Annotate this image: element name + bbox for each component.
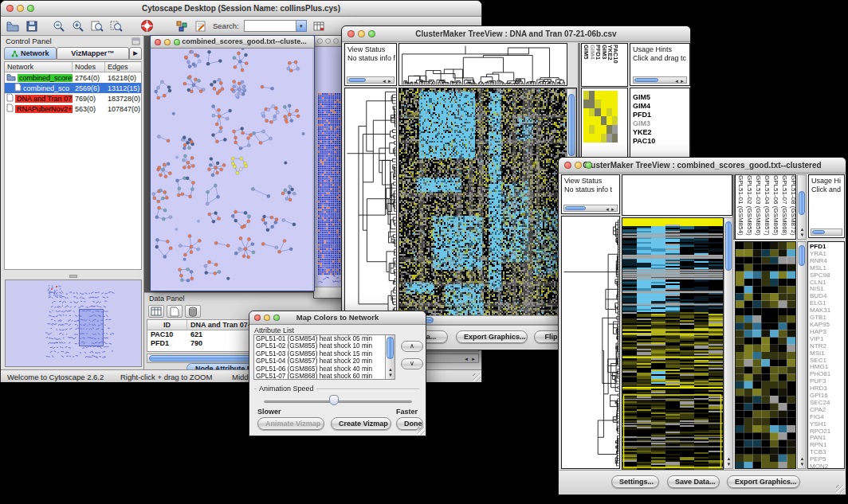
minimize-button[interactable] bbox=[164, 39, 171, 45]
matrix-cell[interactable] bbox=[612, 125, 618, 134]
matrix-cell[interactable] bbox=[612, 134, 618, 143]
attribute-list[interactable]: GPL51-01 (GSM854) heat shock 05 minGPL51… bbox=[253, 334, 395, 380]
attribute-list-item[interactable]: GPL51-07 (GSM868) heat shock 60 min bbox=[254, 373, 385, 379]
matrix-cell[interactable] bbox=[612, 91, 618, 100]
matrix-cell[interactable] bbox=[595, 108, 600, 117]
tab-overflow-arrow[interactable]: ▶ bbox=[129, 47, 142, 60]
matrix-cell[interactable] bbox=[612, 108, 618, 117]
matrix-cell[interactable] bbox=[601, 108, 607, 117]
zoom-fit-icon[interactable] bbox=[90, 19, 104, 33]
main-titlebar[interactable]: Cytoscape Desktop (Session Name: collins… bbox=[1, 1, 481, 17]
tv2-column-label[interactable]: GPL51-03 (GSM856) bbox=[754, 175, 763, 236]
matrix-cell[interactable] bbox=[583, 125, 589, 134]
matrix-cell[interactable] bbox=[583, 108, 589, 117]
matrix-cell[interactable] bbox=[595, 116, 600, 125]
tv2-zoom-heatmap[interactable] bbox=[736, 242, 795, 468]
tv1-column-dendrogram[interactable] bbox=[399, 44, 567, 85]
matrix-cell[interactable] bbox=[583, 134, 589, 143]
tv2-column-label[interactable]: GPL51-01 (GSM854) bbox=[736, 175, 745, 236]
tv2-column-label[interactable]: GPL51-06 (GSM865) bbox=[771, 175, 780, 236]
tv1-row-label[interactable]: PAC10 bbox=[633, 137, 689, 146]
matrix-cell[interactable] bbox=[601, 134, 607, 143]
matrix-cell[interactable] bbox=[583, 116, 589, 125]
treeview1-titlebar[interactable]: ClusterMaker TreeView : DNA and Tran 07-… bbox=[342, 26, 690, 42]
minimize-button[interactable] bbox=[264, 315, 270, 321]
tv2-labels-scroll-thumb[interactable] bbox=[799, 191, 805, 215]
tv2-heatmap-vscrollbar[interactable]: ▲ ▼ bbox=[724, 217, 733, 469]
network-row[interactable]: combined_sco2569(6)13112(15) bbox=[5, 83, 141, 93]
resize-grip[interactable] bbox=[473, 373, 481, 381]
matrix-cell[interactable] bbox=[589, 100, 595, 108]
tv1-usage-scroll-thumb[interactable] bbox=[634, 78, 658, 82]
scroll-down-arrow[interactable]: ▼ bbox=[800, 462, 805, 467]
tv1-status-scrollbar[interactable]: ◄ ► bbox=[347, 76, 395, 84]
minimize-button[interactable] bbox=[358, 30, 365, 37]
zoom-button[interactable] bbox=[333, 38, 339, 44]
minimize-button[interactable] bbox=[575, 162, 582, 169]
splitter-handle[interactable] bbox=[69, 275, 77, 278]
attribute-list-item[interactable]: GPL51-01 (GSM854) heat shock 05 min bbox=[254, 335, 385, 342]
matrix-cell[interactable] bbox=[607, 125, 612, 134]
attribute-list-item[interactable]: GPL51-03 (GSM856) heat shock 15 min bbox=[254, 350, 385, 357]
matrix-cell[interactable] bbox=[589, 125, 595, 134]
matrix-cell[interactable] bbox=[595, 91, 600, 100]
matrix-cell[interactable] bbox=[595, 100, 600, 108]
move-down-button[interactable]: ∨ bbox=[401, 358, 423, 369]
tv2-heatmap[interactable] bbox=[622, 218, 723, 470]
tv2-row-dendrogram[interactable] bbox=[562, 217, 619, 468]
tv2-zoom-vscrollbar[interactable]: ▲ ▼ bbox=[797, 241, 807, 469]
search-dropdown-button[interactable]: ▼ bbox=[296, 20, 307, 32]
attribute-list-item[interactable]: GPL51-04 (GSM857) heat shock 20 min bbox=[254, 357, 385, 365]
matrix-cell[interactable] bbox=[595, 125, 600, 134]
tab-vizmapper[interactable]: VizMapper™ bbox=[57, 47, 129, 60]
attribute-list-item[interactable]: GPL51-06 (GSM865) heat shock 40 min bbox=[254, 365, 385, 373]
settings-button[interactable]: Settings... bbox=[611, 475, 659, 488]
tv2-column-dendrogram-panel[interactable] bbox=[622, 174, 732, 216]
attribute-select-icon[interactable] bbox=[148, 305, 164, 318]
create-vizmap-button[interactable]: Create Vizmap bbox=[331, 417, 391, 430]
tv1-row-label[interactable]: YKE2 bbox=[633, 128, 689, 137]
matrix-cell[interactable] bbox=[601, 116, 607, 125]
export-graphics-button[interactable]: Export Graphics... bbox=[727, 475, 800, 488]
close-button[interactable] bbox=[564, 162, 571, 169]
matrix-cell[interactable] bbox=[601, 91, 607, 100]
matrix-cell[interactable] bbox=[607, 108, 612, 117]
zoom-button[interactable] bbox=[27, 5, 34, 12]
matrix-cell[interactable] bbox=[583, 91, 589, 100]
tv1-status-scroll-thumb[interactable] bbox=[348, 78, 366, 82]
tv2-labels-vscrollbar[interactable]: ▲ ▼ bbox=[797, 174, 807, 240]
scroll-up-arrow[interactable]: ▲ bbox=[800, 227, 805, 232]
minimize-button[interactable] bbox=[17, 5, 24, 12]
zoom-button[interactable] bbox=[174, 39, 180, 45]
matrix-cell[interactable] bbox=[595, 134, 600, 143]
tv1-row-label[interactable]: GIM3 bbox=[633, 119, 689, 128]
attribute-list-scroll-thumb[interactable] bbox=[387, 337, 394, 359]
tv1-usage-scrollbar[interactable]: ◄ ► bbox=[633, 76, 687, 84]
attribute-list-scrollbar[interactable]: ▲ ▼ bbox=[385, 335, 395, 379]
scroll-right-arrow[interactable]: ► bbox=[610, 207, 615, 212]
tv2-heatmap-vscroll-thumb[interactable] bbox=[725, 221, 732, 271]
scroll-up-arrow[interactable]: ▲ bbox=[800, 456, 805, 461]
tv2-column-label[interactable]: GPL51-02 (GSM855) bbox=[745, 175, 754, 236]
zoom-out-icon[interactable] bbox=[52, 19, 66, 33]
close-button[interactable] bbox=[155, 39, 161, 45]
birds-eye-canvas[interactable] bbox=[6, 280, 141, 366]
matrix-cell[interactable] bbox=[589, 91, 595, 100]
matrix-cell[interactable] bbox=[607, 91, 612, 100]
gene-label[interactable]: MON2 bbox=[808, 463, 844, 469]
minimize-button[interactable] bbox=[325, 38, 331, 44]
save-icon[interactable] bbox=[25, 19, 39, 33]
matrix-cell[interactable] bbox=[612, 116, 618, 125]
zoom-in-icon[interactable] bbox=[71, 19, 85, 33]
new-attribute-icon[interactable] bbox=[167, 305, 183, 318]
zoom-button[interactable] bbox=[585, 162, 592, 169]
close-button[interactable] bbox=[6, 5, 14, 12]
network-list-header[interactable]: Network Nodes Edges bbox=[5, 62, 141, 72]
matrix-cell[interactable] bbox=[601, 125, 607, 134]
scroll-down-arrow[interactable]: ▼ bbox=[800, 232, 805, 237]
matrix-cell[interactable] bbox=[607, 116, 612, 125]
scroll-down-arrow[interactable]: ▼ bbox=[727, 462, 732, 467]
scroll-right-arrow[interactable]: ► bbox=[471, 357, 476, 361]
export-graphics-button[interactable]: Export Graphics... bbox=[456, 330, 528, 343]
zoom-button[interactable] bbox=[368, 30, 375, 37]
